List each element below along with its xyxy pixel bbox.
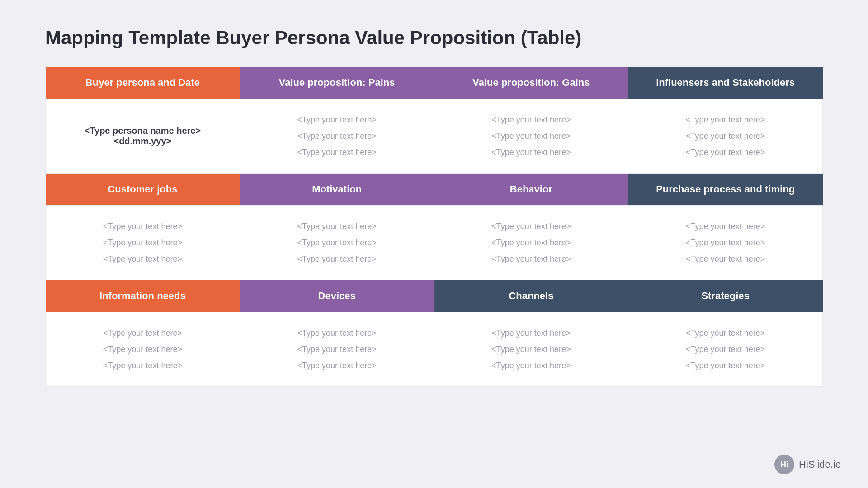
main-table: Buyer persona and Date Value proposition…: [45, 67, 823, 387]
jobs-text-1: <Type your text here>: [55, 218, 231, 235]
cell-influensers-content: <Type your text here> <Type your text he…: [628, 99, 823, 174]
behavior-text-1: <Type your text here>: [443, 218, 619, 235]
cell-motivation-content: <Type your text here> <Type your text he…: [240, 206, 434, 280]
cell-info-content: <Type your text here> <Type your text he…: [46, 312, 240, 387]
info-text-2: <Type your text here>: [55, 341, 231, 357]
motivation-text-2: <Type your text here>: [249, 235, 425, 251]
watermark: Hi HiSlide.io: [774, 455, 841, 474]
purchase-text-1: <Type your text here>: [637, 218, 813, 235]
info-text-1: <Type your text here>: [55, 325, 231, 341]
purchase-text-2: <Type your text here>: [637, 235, 813, 251]
strategies-text-3: <Type your text here>: [637, 357, 813, 374]
info-text-3: <Type your text here>: [55, 357, 231, 374]
gains-text-2: <Type your text here>: [443, 128, 619, 144]
header-strategies: Strategies: [628, 280, 823, 312]
behavior-text-3: <Type your text here>: [443, 251, 619, 267]
table-wrapper: Buyer persona and Date Value proposition…: [45, 67, 823, 387]
cell-persona-name: <Type persona name here> <dd.mm.yyy>: [46, 99, 240, 174]
page-title: Mapping Template Buyer Persona Value Pro…: [45, 27, 581, 49]
cell-gains-content: <Type your text here> <Type your text he…: [434, 99, 628, 174]
jobs-text-3: <Type your text here>: [55, 251, 231, 267]
motivation-text-3: <Type your text here>: [249, 251, 425, 267]
header-purchase-process: Purchase process and timing: [628, 174, 823, 206]
devices-text-2: <Type your text here>: [249, 341, 425, 357]
cell-behavior-content: <Type your text here> <Type your text he…: [434, 206, 628, 280]
header-value-pains: Value proposition: Pains: [240, 67, 434, 99]
persona-name-text: <Type persona name here>: [85, 126, 201, 136]
header-customer-jobs: Customer jobs: [46, 174, 240, 206]
persona-date-text: <dd.mm.yyy>: [113, 136, 171, 146]
header-row-1: Buyer persona and Date Value proposition…: [46, 67, 823, 99]
strategies-text-1: <Type your text here>: [637, 325, 813, 341]
influensers-text-1: <Type your text here>: [637, 112, 813, 128]
strategies-text-2: <Type your text here>: [637, 341, 813, 357]
gains-text-1: <Type your text here>: [443, 112, 619, 128]
header-influensers: Influensers and Stakeholders: [628, 67, 823, 99]
cell-purchase-content: <Type your text here> <Type your text he…: [628, 206, 823, 280]
header-information-needs: Information needs: [46, 280, 240, 312]
jobs-text-2: <Type your text here>: [55, 235, 231, 251]
influensers-text-2: <Type your text here>: [637, 128, 813, 144]
cell-strategies-content: <Type your text here> <Type your text he…: [628, 312, 823, 387]
header-buyer-persona: Buyer persona and Date: [46, 67, 240, 99]
content-row-3: <Type your text here> <Type your text he…: [46, 312, 823, 387]
channels-text-1: <Type your text here>: [443, 325, 619, 341]
header-devices: Devices: [240, 280, 434, 312]
cell-pains-content: <Type your text here> <Type your text he…: [240, 99, 434, 174]
devices-text-3: <Type your text here>: [249, 357, 425, 374]
devices-text-1: <Type your text here>: [249, 325, 425, 341]
influensers-text-3: <Type your text here>: [637, 144, 813, 160]
cell-devices-content: <Type your text here> <Type your text he…: [240, 312, 434, 387]
content-row-1: <Type persona name here> <dd.mm.yyy> <Ty…: [46, 99, 823, 174]
behavior-text-2: <Type your text here>: [443, 235, 619, 251]
header-motivation: Motivation: [240, 174, 434, 206]
motivation-text-1: <Type your text here>: [249, 218, 425, 235]
header-behavior: Behavior: [434, 174, 628, 206]
header-channels: Channels: [434, 280, 628, 312]
content-row-2: <Type your text here> <Type your text he…: [46, 206, 823, 280]
purchase-text-3: <Type your text here>: [637, 251, 813, 267]
pains-text-3: <Type your text here>: [249, 144, 425, 160]
channels-text-3: <Type your text here>: [443, 357, 619, 374]
header-row-2: Customer jobs Motivation Behavior Purcha…: [46, 174, 823, 206]
gains-text-3: <Type your text here>: [443, 144, 619, 160]
header-value-gains: Value proposition: Gains: [434, 67, 628, 99]
pains-text-2: <Type your text here>: [249, 128, 425, 144]
channels-text-2: <Type your text here>: [443, 341, 619, 357]
pains-text-1: <Type your text here>: [249, 112, 425, 128]
hislide-text: HiSlide.io: [799, 459, 841, 470]
cell-channels-content: <Type your text here> <Type your text he…: [434, 312, 628, 387]
cell-jobs-content: <Type your text here> <Type your text he…: [46, 206, 240, 280]
header-row-3: Information needs Devices Channels Strat…: [46, 280, 823, 312]
hi-badge: Hi: [774, 455, 794, 474]
